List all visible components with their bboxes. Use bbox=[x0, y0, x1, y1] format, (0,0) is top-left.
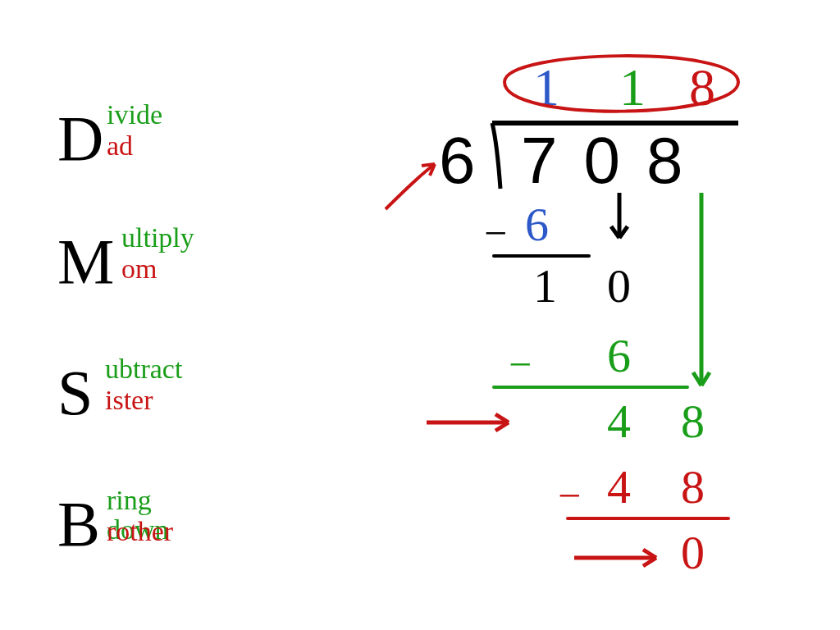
mnemonic-s: S ubtract ister bbox=[57, 361, 93, 425]
step2-res-4: 4 bbox=[607, 394, 631, 449]
step1-six: 6 bbox=[525, 197, 549, 252]
step3-four: 4 bbox=[607, 459, 631, 514]
mnemonic-d-bottom: ad bbox=[107, 131, 133, 161]
mnemonic-m-top: ultiply bbox=[121, 223, 194, 253]
division-bracket-vertical bbox=[492, 123, 500, 189]
mnemonic-m-letter: M bbox=[57, 226, 114, 297]
mnemonic-b-bottom: rother bbox=[107, 517, 173, 546]
arrow-to-divisor bbox=[386, 164, 435, 209]
divisor: 6 bbox=[439, 123, 476, 199]
mnemonic-b-letter: B bbox=[57, 488, 100, 559]
mnemonic-d-letter: D bbox=[57, 103, 103, 174]
step3-bar bbox=[566, 517, 730, 520]
step1-res-1: 1 bbox=[533, 258, 557, 313]
mnemonic-b: B ring down rother bbox=[57, 492, 100, 556]
remainder: 0 bbox=[681, 525, 705, 580]
step1-minus: − bbox=[484, 209, 507, 257]
quotient-digit-2: 1 bbox=[619, 57, 646, 118]
dividend: 708 bbox=[521, 123, 709, 199]
step2-bar bbox=[492, 386, 689, 389]
mnemonic-d: D ivide ad bbox=[57, 107, 103, 171]
whiteboard: D ivide ad M ultiply om S ubtract ister … bbox=[0, 0, 840, 630]
mnemonic-m: M ultiply om bbox=[57, 230, 114, 294]
step2-res-8: 8 bbox=[681, 394, 705, 449]
mnemonic-s-top: ubtract bbox=[105, 354, 182, 384]
quotient-digit-3: 8 bbox=[689, 57, 715, 118]
step3-eight: 8 bbox=[681, 459, 705, 514]
mnemonic-s-letter: S bbox=[57, 357, 93, 428]
step3-minus: − bbox=[558, 472, 581, 519]
step1-res-0: 0 bbox=[607, 258, 631, 313]
step2-six: 6 bbox=[607, 328, 631, 383]
mnemonic-s-bottom: ister bbox=[105, 386, 153, 415]
quotient-digit-1: 1 bbox=[533, 57, 559, 118]
mnemonic-m-bottom: om bbox=[121, 254, 157, 284]
mnemonic-d-top: ivide bbox=[107, 100, 162, 130]
step2-minus: − bbox=[509, 340, 532, 388]
step1-bar bbox=[492, 254, 591, 258]
